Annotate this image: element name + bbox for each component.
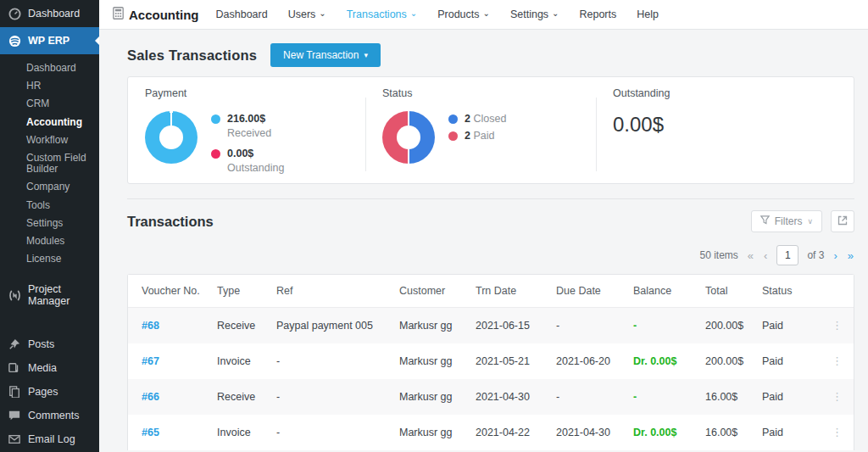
sidebar-item-label: WP ERP (28, 35, 70, 47)
chevron-down-icon: ⌄ (319, 8, 326, 18)
transactions-table: Voucher No. Type Ref Customer Trn Date D… (127, 274, 854, 450)
transactions-header: Transactions Filters ∨ (127, 210, 854, 232)
sidebar-item-label: Email Log (28, 433, 75, 445)
submenu-item-accounting[interactable]: Accounting (0, 114, 99, 131)
outstanding-dot-icon (211, 149, 220, 159)
first-page-button[interactable]: « (747, 249, 754, 262)
submenu-item-license[interactable]: License (0, 250, 99, 268)
table-row: #66 Receive - Markusr gg 2021-04-30 - - … (128, 379, 854, 415)
project-manager-icon (8, 288, 21, 302)
submenu-item-custom-field-builder[interactable]: Custom Field Builder (0, 149, 99, 178)
submenu-item-dashboard[interactable]: Dashboard (0, 59, 99, 77)
nav-help[interactable]: Help (637, 8, 659, 20)
chevron-down-icon: ⌄ (483, 8, 490, 18)
status-donut-chart (382, 111, 435, 164)
page-of-text: of 3 (807, 249, 824, 261)
transactions-title: Transactions (127, 214, 214, 230)
row-menu-icon[interactable]: ⋮ (823, 393, 843, 401)
table-row: #68 Receive Paypal payment 005 Markusr g… (128, 308, 854, 343)
submenu-item-modules[interactable]: Modules (0, 232, 99, 250)
payment-donut-chart (145, 111, 198, 164)
chevron-down-icon: ⌄ (552, 8, 559, 18)
sidebar-item-project-manager[interactable]: Project Manager (0, 276, 99, 314)
sidebar-item-wp-erp[interactable]: WP ERP (0, 27, 99, 54)
col-ref: Ref (276, 285, 399, 297)
filter-icon (760, 215, 770, 227)
comment-icon (8, 409, 21, 422)
col-trn-date: Trn Date (476, 285, 556, 297)
app-title-text: Accounting (129, 8, 199, 22)
row-menu-icon[interactable]: ⋮ (823, 428, 843, 437)
paid-dot-icon (448, 131, 458, 141)
nav-reports[interactable]: Reports (579, 8, 616, 20)
calculator-icon (113, 7, 124, 22)
closed-dot-icon (448, 114, 458, 124)
voucher-link[interactable]: #68 (142, 320, 217, 332)
col-status: Status (762, 285, 823, 297)
col-customer: Customer (399, 285, 476, 297)
col-balance: Balance (633, 285, 705, 297)
pages-icon (8, 385, 21, 399)
pagination: 50 items « ‹ of 3 › » (127, 244, 854, 266)
dashboard-icon (8, 7, 21, 20)
sidebar-item-posts[interactable]: Posts (0, 332, 99, 356)
sidebar-item-media[interactable]: Media (0, 356, 99, 380)
sidebar-item-label: Posts (28, 338, 54, 350)
summary-card: Payment 216.00$Received 0.00$Outstanding (127, 76, 854, 184)
legend-paid: 2 Paid (448, 130, 506, 142)
submenu-item-hr[interactable]: HR (0, 77, 99, 95)
col-total: Total (705, 285, 762, 297)
page-number-input[interactable] (776, 245, 798, 265)
legend-outstanding: 0.00$Outstanding (211, 148, 284, 174)
chevron-down-icon: ∨ (807, 217, 813, 226)
table-row: #65 Invoice - Markusr gg 2021-04-22 2021… (128, 415, 854, 450)
status-title: Status (382, 87, 596, 99)
col-voucher: Voucher No. (142, 285, 217, 297)
next-page-button[interactable]: › (832, 249, 837, 262)
sidebar-item-comments[interactable]: Comments (0, 404, 99, 427)
col-due-date: Due Date (556, 285, 633, 297)
submenu-item-tools[interactable]: Tools (0, 197, 99, 215)
voucher-link[interactable]: #66 (142, 391, 217, 403)
submenu-item-settings[interactable]: Settings (0, 215, 99, 232)
app-title: Accounting (113, 7, 199, 22)
sidebar-item-label: Media (28, 362, 57, 374)
media-icon (8, 361, 21, 375)
payment-title: Payment (145, 87, 365, 99)
last-page-button[interactable]: » (847, 249, 854, 262)
nav-users[interactable]: Users⌄ (288, 8, 326, 20)
voucher-link[interactable]: #67 (142, 355, 217, 367)
nav-settings[interactable]: Settings⌄ (510, 8, 559, 20)
voucher-link[interactable]: #65 (142, 427, 217, 438)
row-menu-icon[interactable]: ⋮ (823, 357, 843, 366)
table-row: #67 Invoice - Markusr gg 2021-05-21 2021… (128, 343, 854, 379)
sidebar-item-dashboard[interactable]: Dashboard (0, 0, 99, 27)
submenu-item-company[interactable]: Company (0, 178, 99, 196)
nav-transactions[interactable]: Transactions⌄ (347, 8, 417, 20)
email-icon (8, 432, 21, 446)
dropdown-arrow-icon: ▾ (364, 51, 368, 59)
legend-closed: 2 Closed (448, 113, 506, 125)
screen: Dashboard WP ERP Dashboard HR CRM Accoun… (0, 0, 868, 452)
prev-page-button[interactable]: ‹ (763, 249, 768, 262)
filters-button[interactable]: Filters ∨ (751, 210, 822, 232)
page-title: Sales Transactions (127, 47, 257, 64)
top-navigation: Dashboard Users⌄ Transactions⌄ Products⌄… (216, 8, 659, 20)
nav-products[interactable]: Products⌄ (437, 8, 490, 20)
outstanding-summary: Outstanding 0.00$ (596, 77, 854, 183)
row-menu-icon[interactable]: ⋮ (823, 321, 843, 330)
export-button[interactable] (831, 210, 854, 232)
sidebar-item-label: Comments (28, 410, 79, 421)
submenu-item-crm[interactable]: CRM (0, 95, 99, 113)
wp-erp-submenu: Dashboard HR CRM Accounting Workflow Cus… (0, 54, 99, 276)
legend-received: 216.00$Received (211, 113, 284, 139)
nav-dashboard[interactable]: Dashboard (216, 8, 268, 20)
sidebar-item-email-log[interactable]: Email Log (0, 427, 99, 451)
wp-core-menu: Posts Media Pages Comments (0, 324, 99, 452)
submenu-item-workflow[interactable]: Workflow (0, 131, 99, 149)
sidebar-separator (0, 314, 99, 324)
outstanding-title: Outstanding (613, 87, 854, 99)
sidebar-item-pages[interactable]: Pages (0, 380, 99, 404)
sidebar-item-label: Project Manager (28, 283, 92, 307)
new-transaction-button[interactable]: New Transaction ▾ (270, 43, 381, 67)
